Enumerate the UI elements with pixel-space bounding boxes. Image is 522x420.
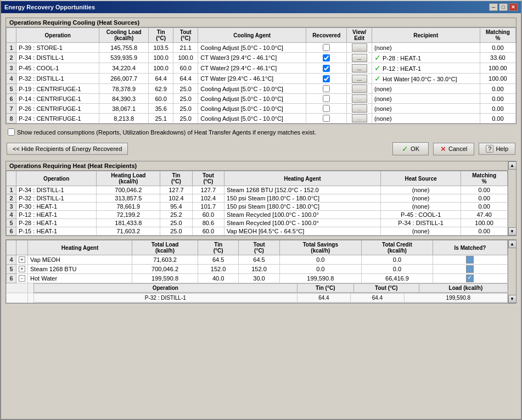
- recovered-cell[interactable]: [306, 43, 347, 53]
- table-row: 5 P-28 : HEAT-1 181,433.8 25.0 80.6 Stea…: [7, 219, 508, 227]
- table-row: 4 P-32 : DISTILL-1 266,007.7 64.4 64.4 C…: [7, 74, 516, 84]
- close-button[interactable]: ✕: [509, 3, 518, 11]
- matching-cell: 0.00: [480, 114, 515, 124]
- recipient-cell: (none): [372, 84, 480, 94]
- tout-cell: 25.0: [173, 84, 198, 94]
- savings-scroll-down[interactable]: ▼: [508, 295, 517, 303]
- recovered-checkbox[interactable]: [323, 44, 330, 51]
- source-cell: (none): [380, 227, 461, 236]
- load-cell: 78,661.9: [97, 203, 160, 211]
- recovered-cell[interactable]: [306, 74, 347, 84]
- matching-cell: 100.00: [480, 63, 515, 74]
- tout-cell: 64.5: [239, 255, 279, 265]
- heat-scroll-down[interactable]: ▼: [508, 227, 517, 236]
- sav-col-credit: Total Credit(kcal/h): [361, 240, 433, 255]
- heat-scrollbar: ▲ ▼: [508, 161, 516, 236]
- source-cell: (none): [380, 203, 461, 211]
- recovered-cell[interactable]: [306, 84, 347, 94]
- row-number: 2: [7, 194, 16, 203]
- matched-checkbox-icon: [466, 275, 474, 282]
- agent-cell: Cooling Adjust [5.0°C - 10.0°C]: [198, 114, 306, 124]
- tin-cell: 60.0: [149, 94, 173, 104]
- table-row: 8 P-24 : CENTRIFUGE-1 8,213.8 25.1 25.0 …: [7, 114, 516, 124]
- matching-cell: 47.40: [461, 211, 508, 219]
- heat-col-load: Heating Load(kcal/h): [97, 171, 160, 186]
- sav-col-agent: Heating Agent: [28, 240, 132, 255]
- savings-cell: 0.0: [279, 265, 361, 274]
- show-reduced-checkbox[interactable]: [8, 128, 15, 136]
- recovered-checkbox[interactable]: [323, 85, 330, 92]
- load-cell: 145,755.8: [99, 43, 149, 53]
- savings-cell: 199,590.8: [279, 274, 361, 283]
- tout-cell: 64.4: [173, 74, 198, 84]
- maximize-button[interactable]: □: [499, 3, 508, 11]
- help-button[interactable]: ? Help: [479, 143, 515, 155]
- matching-cell: 0.00: [461, 227, 508, 236]
- table-row: 3 P-30 : HEAT-1 78,661.9 95.4 101.7 150 …: [7, 203, 508, 211]
- expand-cell: +: [16, 255, 28, 265]
- view-edit-button[interactable]: ...: [352, 94, 367, 103]
- expand-button[interactable]: +: [19, 266, 25, 272]
- table-row: 3 P-45 : COOL-1 34,220.4 100.0 60.0 CT W…: [7, 63, 516, 74]
- heat-col-matching: Matching%: [461, 171, 508, 186]
- view-edit-button[interactable]: ...: [352, 54, 367, 62]
- main-window: Energy Recovery Opportunities ─ □ ✕ Oper…: [0, 0, 522, 420]
- minimize-button[interactable]: ─: [489, 3, 498, 11]
- toolbar: << Hide Recipients of Energy Recovered ✓…: [5, 140, 517, 158]
- heat-col-source: Heat Source: [380, 171, 461, 186]
- matching-cell: 0.00: [461, 194, 508, 203]
- table-row: 4 P-12 : HEAT-1 72,199.2 25.2 60.0 Steam…: [7, 211, 508, 219]
- row-number: 1: [7, 186, 16, 194]
- cooling-section-header: Operations Requiring Cooling (Heat Sourc…: [6, 18, 516, 27]
- view-edit-button[interactable]: ...: [352, 104, 367, 113]
- sav-col-load: Total Load(kcal/h): [132, 240, 198, 255]
- recovered-checkbox[interactable]: [323, 75, 330, 82]
- view-edit-button[interactable]: ...: [352, 43, 367, 52]
- col-recipient: Recipient: [372, 28, 480, 43]
- recovered-checkbox[interactable]: [323, 95, 330, 102]
- recovered-cell[interactable]: [306, 63, 347, 74]
- sav-col-matched: Is Matched?: [433, 240, 507, 255]
- agent-cell: Steam 1268 BTU [152.0°C - 152.0: [224, 186, 381, 194]
- heat-col-agent: Heating Agent: [224, 171, 381, 186]
- expand-cell: -: [16, 274, 28, 283]
- matching-cell: 0.00: [480, 94, 515, 104]
- view-edit-button[interactable]: ...: [352, 75, 367, 83]
- recovered-checkbox[interactable]: [323, 65, 330, 72]
- recovered-cell[interactable]: [306, 104, 347, 114]
- row-number: 5: [7, 84, 16, 94]
- tin-cell: 103.5: [149, 43, 173, 53]
- expand-cell: +: [16, 265, 28, 274]
- hide-recipients-button[interactable]: << Hide Recipients of Energy Recovered: [7, 143, 128, 155]
- heat-col-tout: Tout(°C): [192, 171, 224, 186]
- table-row: 6 P-15 : HEAT-1 71,603.2 25.0 60.0 Vap M…: [7, 227, 508, 236]
- recipient-cell: (none): [372, 43, 480, 53]
- savings-scroll-up[interactable]: ▲: [508, 240, 517, 248]
- expand-button[interactable]: -: [19, 275, 25, 282]
- load-cell: 700,046.2: [97, 186, 160, 194]
- heat-scroll-up[interactable]: ▲: [508, 161, 517, 170]
- expand-button[interactable]: +: [19, 256, 25, 263]
- row-number: 3: [7, 63, 16, 74]
- recovered-checkbox[interactable]: [323, 115, 330, 122]
- view-edit-button[interactable]: ...: [352, 114, 367, 122]
- credit-cell: 0.0: [361, 265, 433, 274]
- recipient-cell: (none): [372, 114, 480, 124]
- ok-button[interactable]: ✓ OK: [392, 142, 429, 155]
- recovered-cell[interactable]: [306, 114, 347, 124]
- recovered-checkbox[interactable]: [323, 105, 330, 112]
- source-cell: P-45 : COOL-1: [380, 211, 461, 219]
- agent-cell: Cooling Adjust [5.0°C - 10.0°C]: [198, 94, 306, 104]
- recovered-cell[interactable]: [306, 53, 347, 63]
- source-cell: (none): [380, 186, 461, 194]
- view-edit-button[interactable]: ...: [352, 85, 367, 93]
- recovered-cell[interactable]: [306, 94, 347, 104]
- col-cooling-agent: Cooling Agent: [198, 28, 306, 43]
- view-edit-button[interactable]: ...: [352, 64, 367, 72]
- cancel-button[interactable]: ✕ Cancel: [433, 143, 474, 155]
- tout-cell: 30.0: [239, 274, 279, 283]
- table-row: 1 P-34 : DISTILL-1 700,046.2 127.7 127.7…: [7, 186, 508, 194]
- view-edit-cell: ...: [347, 84, 372, 94]
- tin-cell: 40.0: [198, 274, 238, 283]
- recovered-checkbox[interactable]: [323, 54, 330, 61]
